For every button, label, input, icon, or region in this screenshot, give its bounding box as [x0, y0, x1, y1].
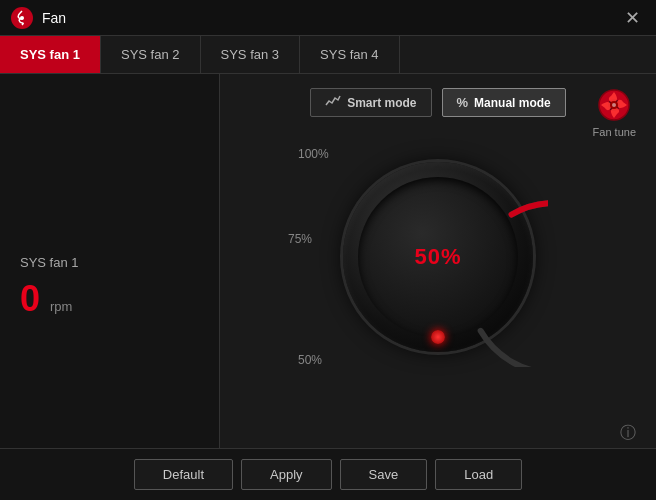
- mode-button-group: Smart mode % Manual mode: [310, 88, 566, 117]
- window-title: Fan: [42, 10, 619, 26]
- fan-speed-knob[interactable]: 50%: [343, 162, 533, 352]
- load-button[interactable]: Load: [435, 459, 522, 490]
- scale-label-50: 50%: [298, 353, 322, 367]
- scale-label-75: 75%: [288, 232, 312, 246]
- tab-sys-fan-4[interactable]: SYS fan 4: [300, 36, 400, 73]
- tab-bar: SYS fan 1 SYS fan 2 SYS fan 3 SYS fan 4: [0, 36, 656, 74]
- save-button[interactable]: Save: [340, 459, 428, 490]
- smart-mode-label: Smart mode: [347, 96, 416, 110]
- right-panel: Smart mode % Manual mode Fan tune: [220, 74, 656, 500]
- knob-area: 100% 75% 50% 50%: [288, 137, 588, 377]
- titlebar: Fan ✕: [0, 0, 656, 36]
- fan-rpm-value: 0: [20, 278, 42, 320]
- svg-point-5: [612, 103, 616, 107]
- info-icon[interactable]: ⓘ: [620, 423, 636, 444]
- tab-sys-fan-2[interactable]: SYS fan 2: [101, 36, 201, 73]
- fan-tune-label: Fan tune: [593, 126, 636, 138]
- bottom-toolbar: Default Apply Save Load: [0, 448, 656, 500]
- fan-name-label: SYS fan 1: [20, 255, 199, 270]
- manual-mode-label: Manual mode: [474, 96, 551, 110]
- main-content: SYS fan 1 0 rpm Smart mode % Manual mode: [0, 74, 656, 500]
- manual-mode-button[interactable]: % Manual mode: [442, 88, 566, 117]
- rpm-unit-label: rpm: [50, 299, 72, 314]
- smart-mode-button[interactable]: Smart mode: [310, 88, 431, 117]
- svg-point-1: [20, 16, 24, 20]
- smart-mode-icon: [325, 94, 341, 111]
- manual-mode-icon: %: [457, 95, 469, 110]
- default-button[interactable]: Default: [134, 459, 233, 490]
- scale-label-100: 100%: [298, 147, 329, 161]
- close-button[interactable]: ✕: [619, 5, 646, 31]
- apply-button[interactable]: Apply: [241, 459, 332, 490]
- left-panel: SYS fan 1 0 rpm: [0, 74, 220, 500]
- app-logo: [10, 6, 34, 30]
- fan-tune-icon: [597, 88, 631, 122]
- tab-sys-fan-3[interactable]: SYS fan 3: [201, 36, 301, 73]
- tab-sys-fan-1[interactable]: SYS fan 1: [0, 36, 101, 73]
- fan-tune-button[interactable]: Fan tune: [593, 88, 636, 138]
- knob-indicator-dot: [431, 330, 445, 344]
